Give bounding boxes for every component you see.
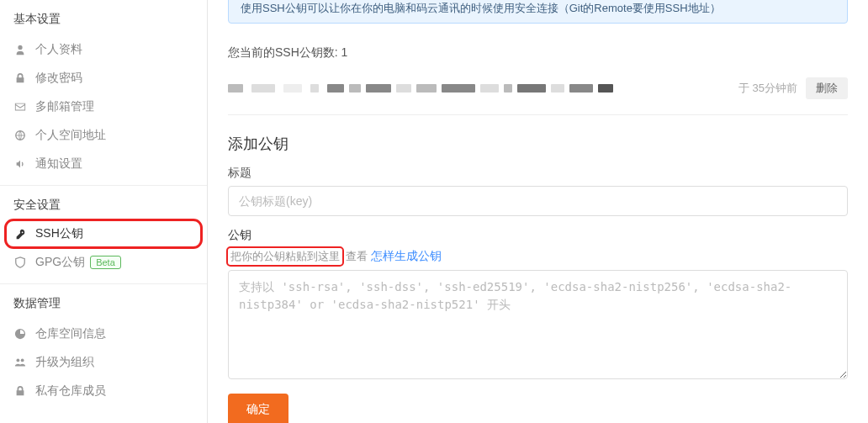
sidebar-item-notification[interactable]: 通知设置	[0, 150, 207, 178]
add-key-heading: 添加公钥	[228, 134, 848, 154]
pubkey-label-row: 公钥	[228, 228, 848, 243]
lock-icon	[13, 71, 27, 85]
sidebar-item-ssh[interactable]: SSH公钥	[7, 221, 200, 246]
redacted-segment	[228, 84, 243, 93]
sidebar-label: 通知设置	[35, 156, 82, 172]
ssh-key-fingerprint	[327, 84, 730, 93]
sidebar-divider	[0, 185, 207, 186]
pie-chart-icon	[13, 327, 27, 341]
sidebar-item-members[interactable]: 私有仓库成员	[0, 377, 207, 405]
ssh-key-count: 您当前的SSH公钥数: 1	[228, 45, 848, 61]
redacted-segment	[251, 84, 275, 93]
sidebar-item-emails[interactable]: 多邮箱管理	[0, 93, 207, 121]
help-view-text: 查看	[346, 249, 368, 264]
redacted-segment	[283, 84, 302, 93]
pubkey-help-row: 把你的公钥粘贴到这里 查看 怎样生成公钥	[228, 248, 848, 265]
envelope-icon	[13, 100, 27, 114]
info-banner: 使用SSH公钥可以让你在你的电脑和码云通讯的时候使用安全连接（Git的Remot…	[228, 0, 848, 24]
sidebar-label: 多邮箱管理	[35, 99, 94, 114]
sidebar-divider	[0, 283, 207, 284]
sidebar-label: 修改密码	[35, 71, 82, 86]
lock-icon	[13, 384, 27, 398]
delete-key-button[interactable]: 删除	[806, 77, 848, 99]
sidebar-label: 仓库空间信息	[35, 326, 106, 341]
title-label: 标题	[228, 166, 848, 181]
paste-here-hint: 把你的公钥粘贴到这里	[228, 248, 342, 265]
sidebar-item-profile[interactable]: 个人资料	[0, 35, 207, 64]
how-to-generate-link[interactable]: 怎样生成公钥	[371, 249, 442, 264]
globe-icon	[13, 129, 27, 142]
svg-point-2	[21, 358, 24, 362]
pubkey-label: 公钥	[228, 228, 251, 243]
users-icon	[13, 356, 27, 369]
sidebar-section-basic: 基本设置	[0, 7, 207, 32]
sidebar-label: 升级为组织	[35, 355, 94, 370]
key-icon	[13, 227, 27, 241]
sidebar-label: 个人资料	[35, 42, 82, 57]
sidebar-label: GPG公钥	[35, 255, 85, 270]
svg-point-1	[16, 358, 19, 362]
volume-icon	[13, 157, 27, 171]
sidebar-item-storage[interactable]: 仓库空间信息	[0, 320, 207, 348]
sidebar-section-data: 数据管理	[0, 291, 207, 316]
sidebar-label: 私有仓库成员	[35, 383, 106, 399]
key-title-input[interactable]	[228, 186, 848, 216]
pubkey-textarea[interactable]	[228, 270, 848, 379]
sidebar-label: SSH公钥	[35, 226, 83, 241]
sidebar-item-password[interactable]: 修改密码	[0, 64, 207, 93]
count-label: 您当前的SSH公钥数:	[228, 45, 341, 59]
shield-icon	[13, 256, 27, 269]
ssh-key-row: 于 35分钟前 删除	[228, 71, 848, 115]
submit-button[interactable]: 确定	[228, 394, 288, 423]
beta-badge: Beta	[90, 256, 121, 269]
redacted-segment	[310, 84, 319, 93]
settings-sidebar: 基本设置 个人资料 修改密码 多邮箱管理 个人空间地址 通知设置 安全设置	[0, 0, 208, 423]
sidebar-item-gpg[interactable]: GPG公钥 Beta	[0, 248, 207, 277]
sidebar-item-upgrade[interactable]: 升级为组织	[0, 348, 207, 377]
user-icon	[13, 43, 27, 56]
ssh-key-time: 于 35分钟前	[738, 81, 797, 96]
sidebar-section-security: 安全设置	[0, 193, 207, 218]
main-content: 使用SSH公钥可以让你在你的电脑和码云通讯的时候使用安全连接（Git的Remot…	[208, 0, 868, 423]
count-value: 1	[341, 45, 348, 59]
sidebar-label: 个人空间地址	[35, 128, 106, 143]
sidebar-item-homepage[interactable]: 个人空间地址	[0, 121, 207, 150]
